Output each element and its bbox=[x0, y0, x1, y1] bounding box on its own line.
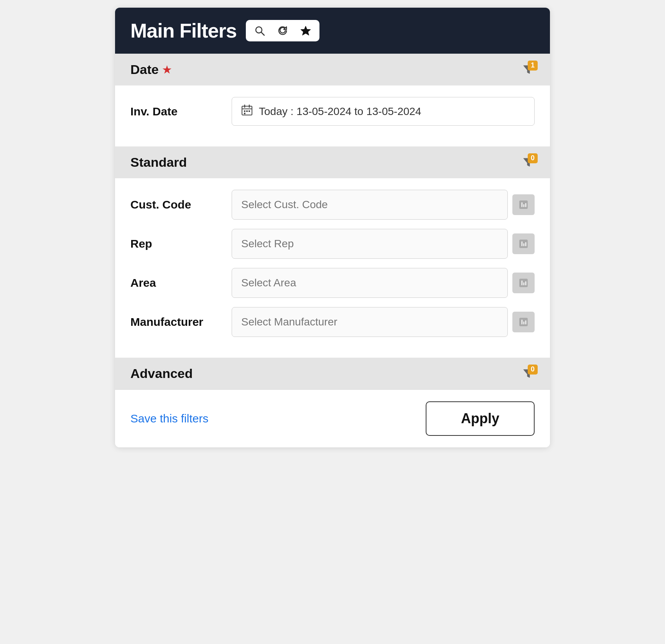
reset-icon bbox=[277, 25, 288, 36]
search-button[interactable] bbox=[249, 22, 270, 39]
manufacturer-input[interactable] bbox=[232, 307, 508, 337]
lookup-icon bbox=[519, 317, 528, 327]
page-title: Main Filters bbox=[130, 19, 237, 42]
lookup-icon bbox=[519, 278, 528, 288]
manufacturer-label: Manufacturer bbox=[130, 315, 222, 329]
header: Main Filters bbox=[115, 8, 550, 54]
svg-rect-8 bbox=[246, 110, 248, 112]
advanced-section-title: Advanced bbox=[130, 366, 193, 381]
star-icon bbox=[300, 25, 311, 36]
cust-code-row: Cust. Code bbox=[130, 190, 535, 220]
date-section-content: Inv. Date Today : 13-05-2024 to 13-05-20… bbox=[115, 85, 550, 146]
date-filter-badge-wrap: 1 bbox=[522, 64, 535, 76]
svg-rect-10 bbox=[244, 113, 245, 114]
rep-label: Rep bbox=[130, 237, 222, 250]
svg-marker-2 bbox=[301, 26, 311, 35]
svg-point-0 bbox=[256, 27, 262, 33]
rep-input-wrap bbox=[232, 229, 535, 259]
header-actions bbox=[246, 20, 319, 41]
advanced-filter-badge-wrap: 0 bbox=[522, 368, 535, 380]
inv-date-row: Inv. Date Today : 13-05-2024 to 13-05-20… bbox=[130, 97, 535, 126]
favorite-button[interactable] bbox=[295, 22, 316, 39]
cust-code-lookup-btn[interactable] bbox=[512, 194, 535, 215]
advanced-section-header: Advanced 0 bbox=[115, 358, 550, 389]
cust-code-label: Cust. Code bbox=[130, 198, 222, 211]
save-filters-button[interactable]: Save this filters bbox=[130, 412, 208, 425]
lookup-icon bbox=[519, 200, 528, 210]
svg-rect-9 bbox=[249, 110, 250, 112]
date-section-title: Date bbox=[130, 62, 159, 77]
apply-button[interactable]: Apply bbox=[426, 401, 535, 436]
standard-section-header: Standard 0 bbox=[115, 146, 550, 178]
required-star: ★ bbox=[162, 63, 172, 76]
reset-button[interactable] bbox=[272, 22, 293, 39]
standard-section-content: Cust. Code Rep bbox=[115, 178, 550, 358]
rep-lookup-btn[interactable] bbox=[512, 233, 535, 254]
rep-row: Rep bbox=[130, 229, 535, 259]
manufacturer-input-wrap bbox=[232, 307, 535, 337]
advanced-filter-badge: 0 bbox=[528, 365, 538, 375]
calendar-svg bbox=[241, 104, 253, 116]
search-icon bbox=[254, 25, 265, 36]
svg-rect-7 bbox=[244, 110, 245, 112]
standard-section-title: Standard bbox=[130, 155, 187, 170]
calendar-icon bbox=[241, 104, 253, 118]
cust-code-input-wrap bbox=[232, 190, 535, 220]
rep-input[interactable] bbox=[232, 229, 508, 259]
area-input-wrap bbox=[232, 268, 535, 298]
area-lookup-btn[interactable] bbox=[512, 273, 535, 293]
footer: Save this filters Apply bbox=[115, 389, 550, 447]
area-input[interactable] bbox=[232, 268, 508, 298]
cust-code-input[interactable] bbox=[232, 190, 508, 220]
svg-line-1 bbox=[261, 33, 264, 36]
area-row: Area bbox=[130, 268, 535, 298]
date-section-header: Date ★ 1 bbox=[115, 54, 550, 85]
manufacturer-lookup-btn[interactable] bbox=[512, 312, 535, 332]
area-label: Area bbox=[130, 276, 222, 289]
standard-filter-badge-wrap: 0 bbox=[522, 156, 535, 169]
inv-date-label: Inv. Date bbox=[130, 105, 222, 118]
inv-date-input[interactable]: Today : 13-05-2024 to 13-05-2024 bbox=[232, 97, 535, 126]
inv-date-value: Today : 13-05-2024 to 13-05-2024 bbox=[259, 105, 421, 118]
standard-filter-badge: 0 bbox=[528, 153, 538, 163]
manufacturer-row: Manufacturer bbox=[130, 307, 535, 337]
lookup-icon bbox=[519, 239, 528, 249]
main-filters-panel: Main Filters Date ★ bbox=[115, 8, 550, 447]
date-filter-badge: 1 bbox=[528, 61, 538, 71]
